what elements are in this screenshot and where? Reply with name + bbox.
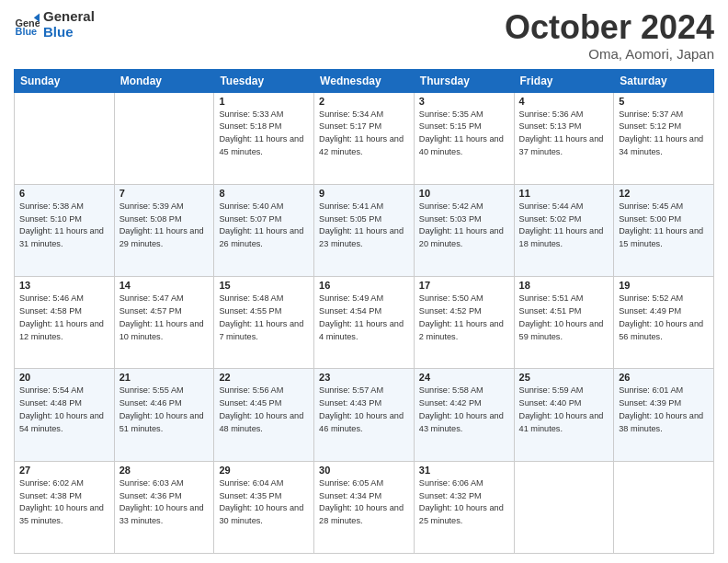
day-info: Sunrise: 5:52 AMSunset: 4:49 PMDaylight:… <box>619 293 709 343</box>
day-info: Sunrise: 5:55 AMSunset: 4:46 PMDaylight:… <box>119 385 210 435</box>
day-number: 3 <box>419 96 509 107</box>
day-number: 9 <box>319 188 409 199</box>
day-info: Sunrise: 6:03 AMSunset: 4:36 PMDaylight:… <box>119 477 210 528</box>
calendar-day-cell: 5Sunrise: 5:37 AMSunset: 5:12 PMDaylight… <box>614 92 714 184</box>
day-info: Sunrise: 5:44 AMSunset: 5:02 PMDaylight:… <box>519 201 609 251</box>
day-info: Sunrise: 5:57 AMSunset: 4:43 PMDaylight:… <box>319 385 409 435</box>
calendar-day-cell: 10Sunrise: 5:42 AMSunset: 5:03 PMDayligh… <box>414 184 514 276</box>
calendar-day-cell: 9Sunrise: 5:41 AMSunset: 5:05 PMDaylight… <box>314 184 415 276</box>
page: General Blue General Blue October 2024 O… <box>0 0 728 563</box>
logo: General Blue General Blue <box>14 9 95 40</box>
day-number: 22 <box>219 372 309 383</box>
calendar-day-cell: 29Sunrise: 6:04 AMSunset: 4:35 PMDayligh… <box>214 461 314 553</box>
day-number: 27 <box>19 465 109 476</box>
day-info: Sunrise: 5:48 AMSunset: 4:55 PMDaylight:… <box>219 293 309 343</box>
col-friday: Friday <box>514 69 614 92</box>
logo-blue-text: Blue <box>43 25 95 40</box>
svg-text:Blue: Blue <box>16 25 38 36</box>
calendar-day-cell: 22Sunrise: 5:56 AMSunset: 4:45 PMDayligh… <box>214 369 314 461</box>
day-info: Sunrise: 5:38 AMSunset: 5:10 PMDaylight:… <box>19 201 109 251</box>
day-info: Sunrise: 5:59 AMSunset: 4:40 PMDaylight:… <box>519 385 609 435</box>
title-block: October 2024 Oma, Aomori, Japan <box>505 9 714 62</box>
day-info: Sunrise: 5:51 AMSunset: 4:51 PMDaylight:… <box>519 293 609 343</box>
day-number: 18 <box>519 280 609 291</box>
calendar-day-cell: 25Sunrise: 5:59 AMSunset: 4:40 PMDayligh… <box>514 369 614 461</box>
calendar-day-cell <box>514 461 614 553</box>
day-number: 24 <box>419 372 509 383</box>
day-number: 4 <box>519 96 609 107</box>
calendar-day-cell: 4Sunrise: 5:36 AMSunset: 5:13 PMDaylight… <box>514 92 614 184</box>
day-number: 26 <box>619 372 709 383</box>
day-info: Sunrise: 6:01 AMSunset: 4:39 PMDaylight:… <box>619 385 709 435</box>
day-info: Sunrise: 5:34 AMSunset: 5:17 PMDaylight:… <box>319 109 409 159</box>
day-number: 13 <box>19 280 109 291</box>
day-number: 31 <box>419 465 509 476</box>
calendar-day-cell: 8Sunrise: 5:40 AMSunset: 5:07 PMDaylight… <box>214 184 314 276</box>
calendar-day-cell: 20Sunrise: 5:54 AMSunset: 4:48 PMDayligh… <box>15 369 115 461</box>
day-info: Sunrise: 6:05 AMSunset: 4:34 PMDaylight:… <box>319 477 409 528</box>
calendar-day-cell: 11Sunrise: 5:44 AMSunset: 5:02 PMDayligh… <box>514 184 614 276</box>
calendar-table: Sunday Monday Tuesday Wednesday Thursday… <box>14 69 714 554</box>
calendar-day-cell: 21Sunrise: 5:55 AMSunset: 4:46 PMDayligh… <box>114 369 214 461</box>
day-number: 10 <box>419 188 509 199</box>
day-number: 20 <box>19 372 109 383</box>
calendar-day-cell: 13Sunrise: 5:46 AMSunset: 4:58 PMDayligh… <box>15 277 115 369</box>
day-info: Sunrise: 5:58 AMSunset: 4:42 PMDaylight:… <box>419 385 509 435</box>
day-info: Sunrise: 5:39 AMSunset: 5:08 PMDaylight:… <box>119 201 210 251</box>
day-number: 12 <box>619 188 709 199</box>
day-number: 19 <box>619 280 709 291</box>
col-tuesday: Tuesday <box>214 69 314 92</box>
calendar-day-cell: 16Sunrise: 5:49 AMSunset: 4:54 PMDayligh… <box>314 277 415 369</box>
day-info: Sunrise: 6:02 AMSunset: 4:38 PMDaylight:… <box>19 477 109 528</box>
day-info: Sunrise: 5:42 AMSunset: 5:03 PMDaylight:… <box>419 201 509 251</box>
calendar-day-cell: 2Sunrise: 5:34 AMSunset: 5:17 PMDaylight… <box>314 92 415 184</box>
day-number: 23 <box>319 372 409 383</box>
calendar-header-row: Sunday Monday Tuesday Wednesday Thursday… <box>15 69 714 92</box>
calendar-week-row: 20Sunrise: 5:54 AMSunset: 4:48 PMDayligh… <box>15 369 714 461</box>
calendar-week-row: 27Sunrise: 6:02 AMSunset: 4:38 PMDayligh… <box>15 461 714 553</box>
calendar-day-cell: 27Sunrise: 6:02 AMSunset: 4:38 PMDayligh… <box>15 461 115 553</box>
col-monday: Monday <box>114 69 214 92</box>
day-number: 15 <box>219 280 309 291</box>
day-info: Sunrise: 5:45 AMSunset: 5:00 PMDaylight:… <box>619 201 709 251</box>
day-number: 28 <box>119 465 210 476</box>
calendar-day-cell <box>15 92 115 184</box>
day-number: 7 <box>119 188 210 199</box>
calendar-day-cell: 17Sunrise: 5:50 AMSunset: 4:52 PMDayligh… <box>414 277 514 369</box>
day-info: Sunrise: 5:54 AMSunset: 4:48 PMDaylight:… <box>19 385 109 435</box>
day-info: Sunrise: 5:36 AMSunset: 5:13 PMDaylight:… <box>519 109 609 159</box>
day-number: 1 <box>219 96 309 107</box>
calendar-day-cell: 30Sunrise: 6:05 AMSunset: 4:34 PMDayligh… <box>314 461 415 553</box>
day-number: 14 <box>119 280 210 291</box>
day-info: Sunrise: 5:50 AMSunset: 4:52 PMDaylight:… <box>419 293 509 343</box>
day-number: 16 <box>319 280 409 291</box>
col-sunday: Sunday <box>15 69 115 92</box>
day-info: Sunrise: 5:56 AMSunset: 4:45 PMDaylight:… <box>219 385 309 435</box>
calendar-day-cell: 24Sunrise: 5:58 AMSunset: 4:42 PMDayligh… <box>414 369 514 461</box>
day-number: 2 <box>319 96 409 107</box>
day-number: 11 <box>519 188 609 199</box>
day-number: 17 <box>419 280 509 291</box>
calendar-day-cell: 26Sunrise: 6:01 AMSunset: 4:39 PMDayligh… <box>614 369 714 461</box>
day-info: Sunrise: 5:49 AMSunset: 4:54 PMDaylight:… <box>319 293 409 343</box>
calendar-day-cell: 23Sunrise: 5:57 AMSunset: 4:43 PMDayligh… <box>314 369 415 461</box>
day-number: 29 <box>219 465 309 476</box>
day-info: Sunrise: 5:47 AMSunset: 4:57 PMDaylight:… <box>119 293 210 343</box>
day-info: Sunrise: 5:37 AMSunset: 5:12 PMDaylight:… <box>619 109 709 159</box>
calendar-day-cell <box>614 461 714 553</box>
calendar-day-cell: 7Sunrise: 5:39 AMSunset: 5:08 PMDaylight… <box>114 184 214 276</box>
day-info: Sunrise: 5:35 AMSunset: 5:15 PMDaylight:… <box>419 109 509 159</box>
calendar-week-row: 6Sunrise: 5:38 AMSunset: 5:10 PMDaylight… <box>15 184 714 276</box>
col-saturday: Saturday <box>614 69 714 92</box>
day-number: 30 <box>319 465 409 476</box>
calendar-week-row: 13Sunrise: 5:46 AMSunset: 4:58 PMDayligh… <box>15 277 714 369</box>
day-info: Sunrise: 6:06 AMSunset: 4:32 PMDaylight:… <box>419 477 509 528</box>
day-number: 8 <box>219 188 309 199</box>
calendar-day-cell: 14Sunrise: 5:47 AMSunset: 4:57 PMDayligh… <box>114 277 214 369</box>
calendar-day-cell <box>114 92 214 184</box>
calendar-day-cell: 3Sunrise: 5:35 AMSunset: 5:15 PMDaylight… <box>414 92 514 184</box>
day-number: 6 <box>19 188 109 199</box>
calendar-day-cell: 15Sunrise: 5:48 AMSunset: 4:55 PMDayligh… <box>214 277 314 369</box>
col-thursday: Thursday <box>414 69 514 92</box>
day-info: Sunrise: 5:40 AMSunset: 5:07 PMDaylight:… <box>219 201 309 251</box>
